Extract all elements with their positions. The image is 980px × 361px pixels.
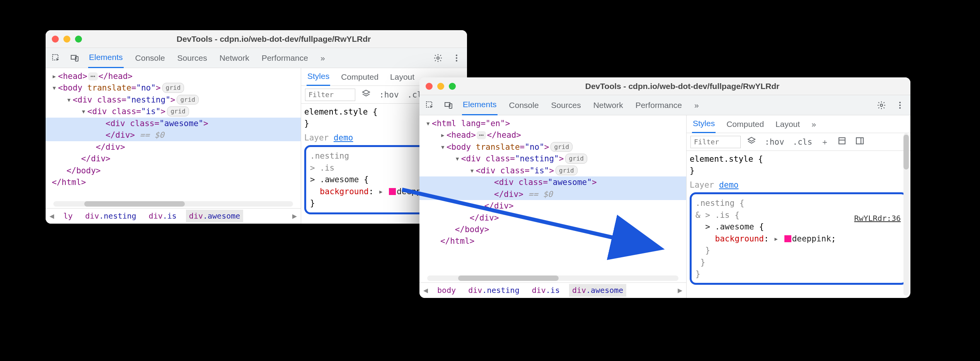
kebab-menu-icon[interactable] — [895, 100, 905, 110]
zoom-icon[interactable] — [75, 36, 82, 43]
layers-icon[interactable] — [359, 88, 373, 101]
close-icon[interactable] — [426, 83, 433, 90]
chevron-right-icon[interactable]: ▶ — [292, 210, 297, 222]
sub-tab-computed[interactable]: Computed — [726, 115, 765, 133]
close-icon[interactable] — [52, 36, 59, 43]
css-prop-background[interactable]: background — [320, 187, 368, 196]
dom-tree-panel[interactable]: ▾<html lang="en"> ▸<head>⋯</head> ▾<body… — [419, 115, 686, 298]
breadcrumb-awesome[interactable]: div.awesome — [186, 210, 243, 222]
grid-badge[interactable]: grid — [565, 154, 587, 163]
sub-tabs-overflow-icon[interactable]: » — [811, 115, 815, 133]
tab-console[interactable]: Console — [508, 95, 540, 115]
tab-network[interactable]: Network — [593, 95, 624, 115]
highlighted-rule-after: RwYLRdr:36 .nesting { & > .is { > .aweso… — [690, 192, 907, 285]
styles-body[interactable]: element.style { } Layer demo RwYLRdr:36 … — [687, 151, 910, 298]
tab-network[interactable]: Network — [219, 48, 250, 68]
color-swatch-icon[interactable] — [389, 188, 396, 195]
tab-performance[interactable]: Performance — [261, 48, 309, 68]
tab-elements[interactable]: Elements — [88, 48, 124, 68]
inspect-icon[interactable] — [51, 53, 61, 63]
inspect-icon[interactable] — [425, 100, 435, 110]
cls-toggle[interactable]: .cls — [791, 137, 815, 147]
main-tabs: Elements Console Sources Network Perform… — [462, 95, 698, 115]
grid-badge[interactable]: grid — [177, 95, 199, 104]
element-style-rule[interactable]: element.style { — [690, 153, 907, 165]
dom-selected-node[interactable]: <div class= — [494, 178, 548, 187]
grid-badge[interactable]: grid — [167, 106, 189, 116]
settings-icon[interactable] — [433, 53, 443, 63]
sub-tab-layout[interactable]: Layout — [775, 115, 801, 133]
source-link[interactable]: RwYLRdr:36 — [854, 213, 901, 224]
styles-filter-input[interactable] — [305, 89, 355, 101]
tab-console[interactable]: Console — [135, 48, 166, 68]
sub-tab-styles[interactable]: Styles — [307, 68, 330, 86]
window-title: DevTools - cdpn.io/web-dot-dev/fullpage/… — [87, 34, 461, 44]
breadcrumb-awesome[interactable]: div.awesome — [569, 284, 626, 297]
dom-tree-panel[interactable]: ▸<head>⋯</head> ▾<body translate="no">gr… — [46, 68, 301, 224]
dom-head[interactable]: <head> — [58, 72, 87, 81]
tabs-overflow-icon[interactable]: » — [694, 95, 698, 115]
tab-performance[interactable]: Performance — [635, 95, 683, 115]
window-title: DevTools - cdpn.io/web-dot-dev/fullpage/… — [460, 82, 904, 91]
dom-selected-node[interactable]: <div class= — [106, 119, 159, 128]
breadcrumb-nesting[interactable]: div.nesting — [465, 284, 522, 297]
hover-toggle[interactable]: :hov — [377, 89, 401, 100]
expand-icon[interactable]: ▸ — [774, 234, 779, 243]
ellipsis-icon[interactable]: ⋯ — [88, 72, 98, 80]
expand-icon[interactable]: ▸ — [378, 187, 383, 196]
dom-html[interactable]: <html lang="en"> — [432, 119, 510, 128]
layer-link[interactable]: demo — [334, 133, 353, 142]
dom-breadcrumbs[interactable]: ◀ body div.nesting div.is div.awesome ▶ — [419, 282, 686, 298]
sub-tab-layout[interactable]: Layout — [389, 68, 415, 86]
device-toggle-icon[interactable] — [443, 100, 453, 110]
grid-badge[interactable]: grid — [551, 142, 573, 152]
ellipsis-icon[interactable]: ⋯ — [477, 131, 486, 139]
horizontal-scrollbar[interactable] — [53, 201, 293, 207]
svg-point-13 — [899, 107, 901, 109]
chevron-right-icon[interactable]: ▶ — [678, 285, 682, 296]
sub-tab-styles[interactable]: Styles — [692, 115, 716, 133]
layer-label: Layer — [304, 133, 329, 142]
vertical-scrollbar[interactable] — [903, 133, 909, 296]
breadcrumb-is[interactable]: div.is — [529, 284, 563, 297]
sub-tab-computed[interactable]: Computed — [340, 68, 379, 86]
device-toggle-icon[interactable] — [70, 53, 80, 63]
breadcrumb-body[interactable]: body — [434, 284, 459, 297]
color-swatch-icon[interactable] — [784, 235, 791, 242]
svg-rect-15 — [856, 138, 863, 144]
new-rule-icon[interactable]: ＋ — [818, 136, 831, 148]
breadcrumb-nesting[interactable]: div.nesting — [82, 210, 139, 222]
zoom-icon[interactable] — [449, 83, 456, 90]
grid-badge[interactable]: grid — [162, 83, 184, 92]
tab-sources[interactable]: Sources — [551, 95, 582, 115]
titlebar[interactable]: DevTools - cdpn.io/web-dot-dev/fullpage/… — [419, 77, 910, 95]
horizontal-scrollbar[interactable] — [427, 275, 678, 281]
svg-rect-14 — [839, 138, 845, 144]
tab-sources[interactable]: Sources — [177, 48, 208, 68]
titlebar[interactable]: DevTools - cdpn.io/web-dot-dev/fullpage/… — [46, 30, 467, 48]
tabs-overflow-icon[interactable]: » — [320, 48, 324, 68]
settings-icon[interactable] — [876, 100, 886, 110]
computed-toggle-icon[interactable] — [835, 135, 849, 148]
dom-breadcrumbs[interactable]: ◀ ly div.nesting div.is div.awesome ▶ — [46, 208, 301, 224]
minimize-icon[interactable] — [63, 36, 70, 43]
layers-icon[interactable] — [745, 135, 758, 148]
devtools-window-after: DevTools - cdpn.io/web-dot-dev/fullpage/… — [419, 77, 910, 298]
css-prop-background[interactable]: background — [715, 234, 764, 243]
svg-point-3 — [437, 57, 439, 59]
chevron-left-icon[interactable]: ◀ — [49, 210, 54, 222]
layer-link[interactable]: demo — [719, 180, 739, 190]
chevron-left-icon[interactable]: ◀ — [423, 285, 428, 296]
traffic-lights — [52, 36, 82, 43]
kebab-menu-icon[interactable] — [452, 53, 462, 63]
grid-badge[interactable]: grid — [556, 166, 578, 175]
styles-filter-input[interactable] — [690, 136, 741, 148]
breadcrumb-is[interactable]: div.is — [146, 210, 180, 222]
tab-elements[interactable]: Elements — [462, 95, 498, 115]
breadcrumb-body[interactable]: ly — [60, 210, 76, 222]
svg-point-6 — [456, 60, 457, 62]
svg-point-11 — [899, 102, 901, 103]
minimize-icon[interactable] — [437, 83, 444, 90]
hover-toggle[interactable]: :hov — [762, 137, 787, 147]
sidebar-toggle-icon[interactable] — [853, 135, 867, 148]
